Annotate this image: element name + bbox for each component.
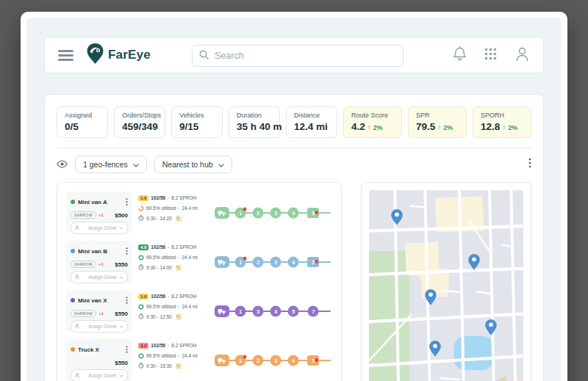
search-input[interactable]	[213, 50, 396, 62]
stop-node[interactable]: 7	[308, 306, 319, 317]
stop-node[interactable]: 1	[235, 306, 246, 317]
map-pin[interactable]	[390, 208, 403, 225]
map-pin[interactable]	[425, 289, 437, 305]
stop-node[interactable]: 5	[307, 355, 319, 366]
assign-driver-dropdown[interactable]: Assign Driver	[71, 369, 128, 381]
driver-icon	[75, 373, 86, 379]
map-pin[interactable]	[429, 340, 442, 357]
brand-logo[interactable]: FarEye	[85, 43, 151, 68]
vehicle-stats: 3.8 102/568.2 SPROH 99.5% utilised24.4 m…	[138, 290, 212, 332]
kpi-row: Assigned 0/5 Orders/Stops 459/349 Vehicl…	[57, 106, 531, 138]
break-fork-knife-icon	[176, 264, 182, 271]
vehicle-list-panel: Mini van A NARROW +1 $500 Assign Driver	[57, 182, 342, 381]
stop-node[interactable]: 5	[307, 257, 319, 267]
stop-node[interactable]: 5	[288, 306, 299, 317]
row-kebab-icon[interactable]	[126, 294, 128, 307]
break-fork-knife-icon	[176, 215, 182, 222]
row-kebab-icon[interactable]	[126, 244, 128, 258]
map-canvas[interactable]	[369, 190, 523, 381]
rating-badge: 4.8	[138, 244, 148, 250]
vehicle-name: Mini van X	[78, 297, 123, 304]
sort-dropdown[interactable]: Nearest to hub	[154, 156, 232, 173]
fareye-pin-icon	[85, 43, 105, 68]
vehicle-row: Truck X $550 Assign Driver	[66, 339, 332, 381]
hamburger-menu-icon[interactable]	[58, 50, 74, 61]
break-fork-knife-icon	[176, 363, 182, 369]
stop-node[interactable]: 4	[288, 208, 299, 219]
stop-node[interactable]: 3	[270, 257, 282, 268]
chevron-down-icon	[218, 160, 224, 169]
kpi-route-score: Route Score 4.2 ↑ 2%	[343, 106, 402, 138]
geo-fences-dropdown[interactable]: 1 geo-fences	[75, 156, 147, 173]
kebab-menu-icon[interactable]	[528, 158, 531, 171]
stop-node[interactable]: 1	[235, 208, 246, 219]
vehicle-name: Mini van A	[78, 199, 123, 206]
stop-node[interactable]: 5	[307, 208, 319, 218]
stop-node[interactable]: 2	[253, 208, 264, 219]
assign-driver-dropdown[interactable]: Assign Driver	[71, 320, 128, 333]
chevron-down-icon	[133, 160, 139, 169]
vehicle-stats: 4.8 102/568.2 SPROH 99.5% utilised24.4 m…	[138, 241, 212, 283]
vehicle-stats: 3.8 102/568.2 SPROH 69.5% utilised24.4 m…	[138, 192, 212, 233]
truck-icon[interactable]	[215, 256, 229, 268]
utilisation-arc-icon	[139, 305, 143, 309]
search-box	[192, 45, 404, 67]
vehicle-info-card: Mini van B NARROW +1 $550 Assign Driver	[66, 241, 132, 283]
kpi-assigned: Assigned 0/5	[57, 106, 108, 138]
truck-icon[interactable]	[215, 207, 229, 219]
route-timeline: 1 2 3 4 5	[215, 339, 332, 381]
apps-grid-icon[interactable]	[484, 48, 497, 63]
rating-badge: 3.8	[138, 294, 148, 300]
trend-up-icon: ↑	[368, 123, 371, 131]
vehicle-price: $550	[115, 311, 128, 317]
clock-icon	[138, 313, 144, 320]
stop-node[interactable]: 2	[253, 355, 264, 366]
stop-node[interactable]: 2	[253, 257, 264, 268]
user-profile-icon[interactable]	[514, 46, 530, 65]
driver-icon	[75, 324, 86, 330]
truck-icon[interactable]	[215, 355, 229, 366]
trend-up-icon: ↑	[502, 123, 506, 131]
vehicle-status-dot	[71, 200, 75, 204]
rating-badge: 3.8	[138, 195, 148, 201]
kpi-spr: SPR 79.5 ↑ 2%	[408, 106, 467, 138]
kpi-duration: Duration 35 h 40 m	[229, 106, 280, 138]
stop-node[interactable]: 3	[270, 355, 282, 366]
utilisation-arc-icon	[139, 354, 143, 358]
row-kebab-icon[interactable]	[126, 195, 128, 208]
vehicle-tag: NARROW	[71, 211, 96, 219]
section-divider	[57, 148, 531, 148]
eye-icon[interactable]	[57, 158, 68, 171]
alert-dot	[315, 358, 318, 362]
stop-node[interactable]: 4	[270, 306, 282, 317]
stop-node[interactable]: 1	[235, 355, 246, 366]
stop-node[interactable]: 3	[253, 306, 264, 317]
truck-icon[interactable]	[215, 305, 229, 317]
utilisation-arc-icon	[139, 255, 143, 260]
map-pin[interactable]	[467, 253, 480, 270]
extra-tag-count: +1	[98, 262, 104, 266]
notifications-bell-icon[interactable]	[453, 46, 467, 65]
stop-node[interactable]: 4	[288, 355, 299, 366]
assign-driver-dropdown[interactable]: Assign Driver	[71, 222, 128, 234]
app-screen: FarEye	[26, 18, 562, 381]
driver-icon	[75, 225, 86, 231]
vehicle-stats: 3.2 102/568.2 SPROH 99.5% utilised24.4 m…	[138, 339, 212, 381]
stop-node[interactable]: 1	[235, 257, 246, 268]
alert-dot	[243, 208, 247, 211]
vehicle-tag: NARROW	[71, 310, 96, 317]
stop-node[interactable]: 4	[288, 257, 299, 268]
alert-dot	[315, 260, 318, 264]
alert-dot	[243, 355, 247, 359]
vehicle-info-card: Mini van X NARROW +1 $550 Assign Driver	[66, 290, 132, 332]
driver-icon	[75, 275, 86, 280]
route-timeline: 1 3 4 5 7	[215, 290, 332, 332]
assign-driver-dropdown[interactable]: Assign Driver	[71, 271, 128, 283]
row-kebab-icon[interactable]	[126, 343, 128, 356]
vehicle-status-dot	[71, 249, 75, 253]
stop-node[interactable]: 3	[270, 208, 282, 219]
map-pin[interactable]	[484, 319, 497, 335]
kpi-distance: Distance 12.4 mi	[286, 106, 337, 138]
utilisation-arc-icon	[139, 206, 143, 211]
clock-icon	[138, 215, 144, 222]
